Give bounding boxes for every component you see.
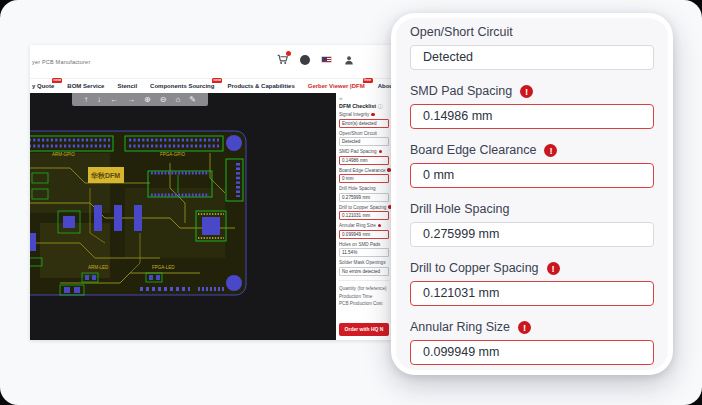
field-label: Annular Ring Size: [410, 320, 510, 334]
sidebar-field-smd-pad-spacing: SMD Pad Spacing 0.14986 mm: [339, 149, 389, 165]
svg-text:ARM-LED: ARM-LED: [88, 265, 109, 270]
pan-down-icon[interactable]: ↓: [97, 96, 101, 104]
sidebar-field-value[interactable]: No errors detected: [339, 267, 389, 276]
sidebar-field-board-edge-clearance: Board Edge Clearance 0 mm: [339, 168, 389, 184]
sidebar-field-holes-on-smd-pads: Holes on SMD Pads 11.54%: [339, 242, 389, 258]
panel-field-drill-to-copper-spacing: Drill to Copper Spacing ! 0.121031 mm: [410, 260, 654, 306]
sidebar-field-value[interactable]: 0.121031 mm: [339, 211, 389, 220]
viewer-toolbar: ↑ ↓ ← → ⊕ ⊖ ⌂ ✎: [72, 93, 208, 106]
sidebar-field-solder-mask-openings: Solder Mask Openings No errors detected: [339, 260, 389, 276]
screenshot-canvas: yer PCB Manufacturer: [0, 0, 702, 405]
sidebar-field-value[interactable]: 0 mm: [339, 174, 389, 183]
nav-item-gerber-viewer-dfm[interactable]: Gerber Viewer |DFM free: [308, 83, 365, 89]
panel-field-smd-pad-spacing: SMD Pad Spacing ! 0.14986 mm: [410, 83, 654, 129]
sidebar-field-value[interactable]: 0.275999 mm: [339, 193, 389, 202]
zoom-in-icon[interactable]: ⊕: [144, 96, 151, 104]
svg-text:ARM-GPIO: ARM-GPIO: [52, 152, 75, 157]
pcb-board-render: ARM-GPIO FPGA-GPIO ARM-LED FPGA-LED 华秋DF…: [30, 93, 336, 340]
pan-up-icon[interactable]: ↑: [84, 96, 88, 104]
site-nav: y Quote new BOM Service Stencil Componen…: [30, 78, 392, 93]
user-icon[interactable]: [343, 54, 354, 65]
fit-view-icon[interactable]: ⌂: [175, 96, 180, 104]
drill-hole-spacing-input[interactable]: 0.275999 mm: [410, 222, 654, 247]
sidebar-field-drill-hole-spacing: Drill Hole Spacing 0.275999 mm: [339, 186, 389, 202]
sidebar-field-annular-ring-size: Annular Ring Size 0.099949 mm: [339, 223, 389, 239]
info-icon[interactable]: ⓘ: [378, 103, 383, 109]
panel-field-board-edge-clearance: Board Edge Clearance ! 0 mm: [410, 142, 654, 188]
sidebar-field-value[interactable]: Error(s) detected: [339, 119, 389, 128]
dfm-checklist-sidebar: » DFM Checklist ⓘ Signal Integrity Error…: [336, 93, 392, 340]
new-badge: new: [52, 78, 62, 83]
svg-text:FPGA-LED: FPGA-LED: [152, 265, 175, 270]
panel-field-open-short-circuit: Open/Short Circuit Detected: [410, 24, 654, 70]
measure-icon[interactable]: ✎: [189, 96, 196, 104]
nav-item-quote[interactable]: y Quote new: [32, 83, 54, 89]
field-label: SMD Pad Spacing: [410, 84, 512, 98]
panel-field-annular-ring-size: Annular Ring Size ! 0.099949 mm: [410, 319, 654, 365]
sidebar-field-open-short-circuit: Open/Short Circuit Detected: [339, 131, 389, 147]
site-header: yer PCB Manufacturer: [30, 45, 392, 78]
order-button[interactable]: Order with HQ N: [339, 323, 389, 336]
pan-left-icon[interactable]: ←: [110, 96, 118, 104]
sidebar-field-signal-integrity: Signal Integrity Error(s) detected: [339, 112, 389, 128]
collapse-sidebar-icon[interactable]: »: [339, 95, 389, 101]
error-dot-icon: [379, 150, 383, 154]
annular-ring-size-input[interactable]: 0.099949 mm: [410, 340, 654, 365]
sidebar-title: DFM Checklist ⓘ: [339, 103, 389, 109]
sidebar-field-value[interactable]: 0.14986 mm: [339, 156, 389, 165]
page-card: yer PCB Manufacturer: [0, 0, 702, 405]
gerber-viewer-canvas[interactable]: ↑ ↓ ← → ⊕ ⊖ ⌂ ✎: [30, 93, 336, 340]
sidebar-extra-info: Quantity (for reference) Production Time…: [339, 280, 389, 307]
nav-item-bom-service[interactable]: BOM Service: [67, 83, 104, 89]
zoom-out-icon[interactable]: ⊖: [160, 96, 167, 104]
sidebar-field-drill-to-copper-spacing: Drill to Copper Spacing 0.121031 mm: [339, 205, 389, 221]
board-edge-clearance-input[interactable]: 0 mm: [410, 163, 654, 188]
free-badge: free: [363, 78, 373, 83]
field-label: Open/Short Circuit: [410, 25, 513, 39]
field-label: Drill to Copper Spacing: [410, 261, 539, 275]
help-icon[interactable]: [299, 54, 310, 65]
open-short-circuit-input[interactable]: Detected: [410, 45, 654, 70]
pan-right-icon[interactable]: →: [127, 96, 135, 104]
error-icon: !: [547, 262, 560, 275]
nav-item-products-capabilities[interactable]: Products & Capabilities: [227, 83, 294, 89]
error-icon: !: [520, 85, 533, 98]
svg-text:FPGA-GPIO: FPGA-GPIO: [160, 152, 186, 157]
field-label: Board Edge Clearance: [410, 143, 536, 157]
drill-to-copper-spacing-input[interactable]: 0.121031 mm: [410, 281, 654, 306]
panel-field-drill-hole-spacing: Drill Hole Spacing 0.275999 mm: [410, 201, 654, 247]
nav-item-components-sourcing[interactable]: Components Sourcing new: [150, 83, 214, 89]
sidebar-field-value[interactable]: Detected: [339, 137, 389, 146]
production-time-line: Production Time: [339, 294, 389, 299]
pcb-production-cost-line: PCB Production Cost: [339, 301, 389, 306]
cart-icon[interactable]: [277, 54, 288, 65]
new-badge: new: [212, 78, 222, 83]
logo-tagline: yer PCB Manufacturer: [32, 59, 90, 65]
quantity-line: Quantity (for reference): [339, 286, 389, 291]
dfm-zoom-panel: Open/Short Circuit Detected SMD Pad Spac…: [391, 13, 673, 375]
cart-badge: [286, 51, 291, 56]
error-dot-icon: [371, 113, 375, 117]
error-icon: !: [544, 144, 557, 157]
sidebar-field-value[interactable]: 0.099949 mm: [339, 230, 389, 239]
us-flag-icon[interactable]: [321, 54, 332, 65]
error-icon: !: [518, 321, 531, 334]
sidebar-field-value[interactable]: 11.54%: [339, 248, 389, 257]
error-dot-icon: [378, 224, 382, 228]
nav-item-stencil[interactable]: Stencil: [117, 83, 137, 89]
pcb-silkscreen-logo: 华秋DFM: [90, 172, 120, 180]
field-label: Drill Hole Spacing: [410, 202, 509, 216]
smd-pad-spacing-input[interactable]: 0.14986 mm: [410, 104, 654, 129]
